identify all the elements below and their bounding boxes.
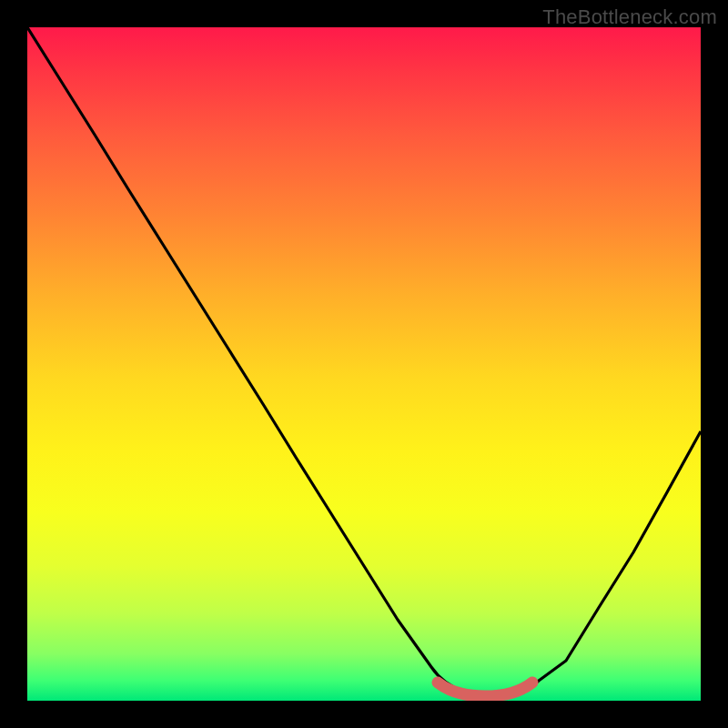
bottleneck-curve bbox=[27, 27, 701, 695]
curve-layer bbox=[27, 27, 701, 701]
sweet-spot-segment bbox=[438, 682, 532, 696]
plot-area bbox=[27, 27, 701, 701]
watermark-text: TheBottleneck.com bbox=[542, 5, 717, 29]
chart-container: TheBottleneck.com bbox=[0, 0, 728, 728]
